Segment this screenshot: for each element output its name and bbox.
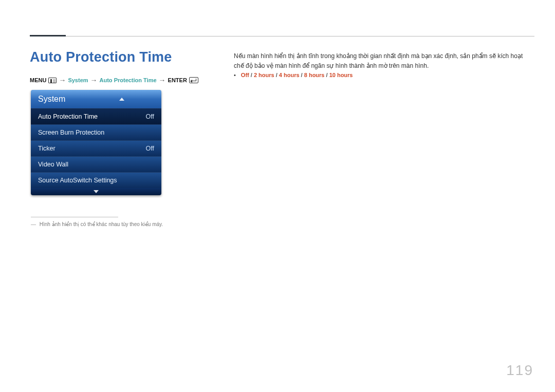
option-4h: 4 hours <box>279 72 300 78</box>
osd-menu-panel: System Auto Protection Time Off Screen B… <box>31 90 161 195</box>
breadcrumb: MENU → System → Auto Protection Time → E… <box>30 77 198 84</box>
osd-menu-item-video-wall[interactable]: Video Wall <box>31 156 161 172</box>
option-10h: 10 hours <box>329 72 353 78</box>
osd-menu-item-auto-protection[interactable]: Auto Protection Time Off <box>31 108 161 124</box>
chevron-up-icon[interactable] <box>119 98 124 101</box>
osd-menu-item-ticker[interactable]: Ticker Off <box>31 140 161 156</box>
chevron-down-icon[interactable] <box>94 190 99 193</box>
top-rule <box>30 36 534 36</box>
breadcrumb-enter-label: ENTER <box>168 78 187 83</box>
breadcrumb-menu-label: MENU <box>30 78 46 83</box>
option-sep: / <box>300 72 304 78</box>
enter-icon <box>189 77 198 83</box>
options-line: • Off / 2 hours / 4 hours / 8 hours / 10… <box>234 72 353 78</box>
menu-item-label: Screen Burn Protection <box>38 129 104 136</box>
breadcrumb-item: Auto Protection Time <box>100 78 157 83</box>
menu-item-label: Ticker <box>38 145 55 152</box>
option-sep: / <box>274 72 279 78</box>
page-title: Auto Protection Time <box>30 49 172 65</box>
bullet-icon: • <box>234 72 236 78</box>
description-text: Nếu màn hình hiển thị ảnh tĩnh trong kho… <box>234 51 533 70</box>
breadcrumb-system: System <box>68 78 88 83</box>
menu-item-label: Auto Protection Time <box>38 113 98 120</box>
osd-menu-footer <box>31 188 161 195</box>
menu-item-value: Off <box>146 145 154 152</box>
option-sep: / <box>324 72 329 78</box>
menu-item-label: Video Wall <box>38 161 68 168</box>
osd-menu-title: System <box>38 95 65 104</box>
menu-icon <box>48 78 57 83</box>
arrow-right-icon: → <box>90 77 98 84</box>
menu-item-label: Source AutoSwitch Settings <box>38 177 117 184</box>
section-accent <box>30 35 66 36</box>
page-root: Auto Protection Time MENU → System → Aut… <box>0 0 555 392</box>
footnote-text: Hình ảnh hiển thị có thể khác nhau tùy t… <box>40 221 163 227</box>
option-8h: 8 hours <box>304 72 325 78</box>
osd-menu-item-screen-burn[interactable]: Screen Burn Protection <box>31 124 161 140</box>
arrow-right-icon: → <box>159 77 166 84</box>
menu-item-value: Off <box>146 113 154 120</box>
options-values: Off / 2 hours / 4 hours / 8 hours / 10 h… <box>241 72 353 78</box>
option-off: Off <box>241 72 249 78</box>
option-sep: / <box>249 72 254 78</box>
osd-menu-item-source-autoswitch[interactable]: Source AutoSwitch Settings <box>31 172 161 188</box>
arrow-right-icon: → <box>59 77 66 84</box>
footnote-dash-icon: ― <box>31 221 36 227</box>
footnote-rule <box>31 217 118 217</box>
osd-menu-header: System <box>31 90 161 108</box>
page-number: 119 <box>506 362 533 379</box>
option-2h: 2 hours <box>254 72 274 78</box>
footnote: ― Hình ảnh hiển thị có thể khác nhau tùy… <box>31 221 163 227</box>
